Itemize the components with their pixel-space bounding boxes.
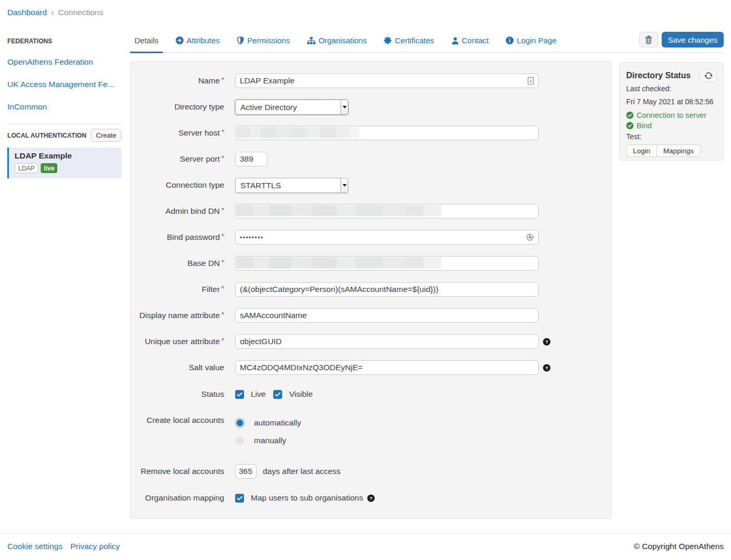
directory-type-select[interactable]: Active Directory (235, 100, 348, 115)
filter-label: Filter* (130, 282, 224, 297)
connection-type-select[interactable]: STARTTLS (235, 178, 348, 193)
automatically-radio-label: automatically (254, 418, 301, 428)
manually-radio[interactable] (236, 436, 244, 445)
password-key-icon[interactable] (526, 234, 534, 241)
help-icon[interactable]: ? (543, 338, 551, 346)
label-text: Display name attribute (139, 311, 220, 320)
form-row-status: Status Live Visible (130, 389, 611, 399)
sidebar-item-openathens-federation[interactable]: OpenAthens Federation (7, 57, 121, 66)
label-text: Server host (178, 128, 220, 137)
tab-certificates[interactable]: Certificates (379, 29, 438, 52)
delete-button[interactable] (639, 32, 659, 47)
create-local-accounts-label: Create local accounts (130, 416, 224, 425)
tab-organisations[interactable]: Organisations (302, 29, 372, 52)
refresh-icon (704, 71, 713, 80)
salt-value-input[interactable] (235, 360, 539, 375)
shield-icon (237, 36, 244, 44)
footer: Cookie settings Privacy policy © Copyrig… (0, 533, 731, 558)
server-port-input[interactable] (235, 152, 267, 166)
tab-permissions[interactable]: Permissions (232, 29, 295, 52)
automatically-radio-row[interactable]: automatically (235, 418, 301, 428)
status-check-label: Bind (637, 120, 652, 131)
privacy-policy-link[interactable]: Privacy policy (70, 542, 120, 551)
info-circle-icon (506, 36, 514, 44)
save-changes-button[interactable]: Save changes (662, 32, 724, 47)
label-text: Remove local accounts (141, 467, 224, 476)
map-users-checkbox[interactable] (235, 494, 244, 503)
label-text: Base DN (188, 259, 220, 267)
label-text: Server port (180, 154, 220, 163)
last-checked-value: Fri 7 May 2021 at 08:52:56 (626, 95, 717, 108)
bind-password-input[interactable]: •••••••• (235, 230, 539, 245)
unique-user-attribute-input[interactable] (235, 334, 539, 349)
trash-icon (644, 35, 653, 44)
tab-details[interactable]: Details (130, 29, 163, 52)
connection-type-value: STARTTLS (240, 181, 281, 190)
help-icon[interactable]: ? (367, 494, 375, 502)
label-text: Connection type (166, 180, 224, 189)
remove-local-accounts-input[interactable] (235, 464, 257, 479)
required-asterisk: * (222, 284, 224, 293)
directory-type-label: Directory type (130, 100, 224, 114)
test-mappings-button[interactable]: Mappings (656, 144, 701, 157)
breadcrumb-current: Connections (58, 8, 103, 17)
tab-details-label: Details (135, 36, 159, 45)
base-dn-label: Base DN* (130, 256, 224, 271)
tab-organisations-label: Organisations (319, 36, 367, 45)
label-text: Admin bind DN (165, 206, 220, 215)
redacted-value (236, 257, 442, 269)
live-checkbox[interactable] (235, 390, 244, 399)
person-icon (452, 37, 459, 44)
label-text: Unique user attribute (145, 337, 220, 346)
sitemap-icon (307, 37, 315, 44)
check-circle-icon (626, 122, 633, 129)
label-text: Status (201, 389, 224, 398)
form-row-admin-bind-dn: Admin bind DN* (130, 204, 611, 218)
name-input[interactable] (235, 74, 539, 88)
required-asterisk: * (222, 206, 224, 214)
tab-contact[interactable]: Contact (447, 29, 494, 52)
test-login-button[interactable]: Login (626, 144, 656, 157)
required-asterisk: * (222, 154, 224, 162)
breadcrumb-dashboard-link[interactable]: Dashboard (7, 8, 47, 17)
required-asterisk: * (222, 76, 224, 84)
label-text: Bind password (167, 233, 220, 241)
refresh-button[interactable] (700, 69, 717, 82)
breadcrumb-separator-icon: › (51, 8, 54, 16)
sidebar-item-ldap-example[interactable]: LDAP Example LDAP live (7, 148, 121, 178)
form-row-display-name-attribute: Display name attribute* (130, 308, 611, 323)
server-host-label: Server host* (130, 126, 224, 140)
required-asterisk: * (222, 336, 224, 345)
directory-status-title: Directory Status (626, 69, 691, 81)
breadcrumb: Dashboard › Connections (0, 0, 731, 17)
sidebar-divider (7, 124, 121, 124)
form-row-server-host: Server host* (130, 126, 611, 140)
cookie-settings-link[interactable]: Cookie settings (7, 542, 63, 551)
unique-user-attribute-label: Unique user attribute* (130, 334, 224, 349)
form-row-salt-value: Salt value ? (130, 360, 611, 375)
content-header: Details Attributes Permissions (130, 29, 724, 53)
contact-card-icon[interactable] (528, 77, 534, 85)
form-row-bind-password: Bind password* •••••••• (130, 230, 611, 245)
automatically-radio[interactable] (236, 419, 244, 427)
svg-text:?: ? (545, 338, 548, 344)
display-name-attribute-input[interactable] (235, 308, 539, 323)
federations-heading: FEDERATIONS (7, 29, 121, 45)
form-row-create-local-accounts: Create local accounts automatically manu… (130, 416, 611, 445)
visible-checkbox[interactable] (273, 390, 282, 399)
tab-contact-label: Contact (462, 36, 489, 45)
tab-permissions-label: Permissions (247, 36, 290, 45)
label-text: Name (198, 76, 220, 85)
visible-checkbox-label: Visible (289, 389, 312, 399)
label-text: Directory type (174, 102, 224, 111)
sidebar-item-uk-access-management[interactable]: UK Access Management Fe... (7, 80, 121, 89)
help-icon[interactable]: ? (543, 364, 551, 372)
sidebar-item-incommon[interactable]: InCommon (7, 102, 121, 111)
manually-radio-row[interactable]: manually (235, 436, 301, 445)
chevron-down-icon (340, 178, 348, 192)
tab-attributes[interactable]: Attributes (171, 29, 224, 52)
create-button[interactable]: Create (91, 129, 121, 142)
filter-input[interactable] (235, 282, 539, 297)
tab-login-page[interactable]: Login Page (501, 29, 561, 52)
required-asterisk: * (222, 310, 224, 319)
